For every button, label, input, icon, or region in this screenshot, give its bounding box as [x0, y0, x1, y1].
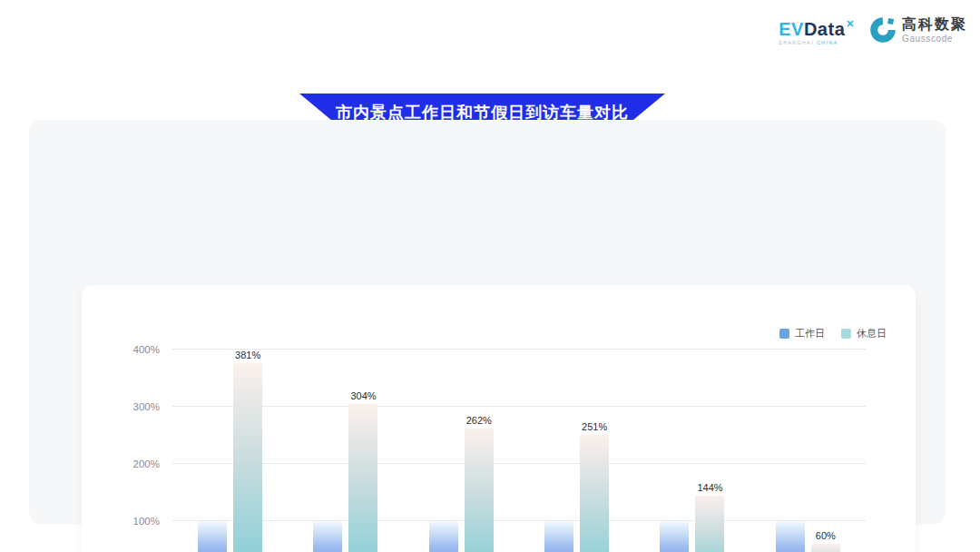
- bar: [580, 435, 609, 552]
- bar-value-label: 304%: [350, 390, 376, 401]
- chart-legend: 工作日休息日: [779, 327, 887, 340]
- legend-swatch: [779, 329, 789, 339]
- content-panel: 工作日休息日 381%辰山植物园304%上海欢乐谷262%广富林251%上海野生…: [29, 120, 946, 525]
- bar-column: [198, 350, 227, 552]
- bar-value-label: 60%: [816, 530, 836, 541]
- evdata-logo: EVData✕ SHANGHAI CHINA: [779, 15, 855, 45]
- bar: [776, 521, 805, 552]
- legend-item[interactable]: 工作日: [779, 327, 825, 340]
- bar: [660, 521, 689, 552]
- gausscode-text: 高科数聚 Gausscode: [902, 16, 967, 44]
- gausscode-name-en: Gausscode: [902, 34, 967, 44]
- evdata-subtitle-left: SHANGHAI: [779, 40, 814, 45]
- bar-value-label: 381%: [235, 350, 260, 360]
- bar-column: 262%: [465, 350, 494, 552]
- evdata-x-icon: ✕: [846, 18, 855, 29]
- bar-value-label: 262%: [466, 415, 492, 426]
- chart-card: 工作日休息日 381%辰山植物园304%上海欢乐谷262%广富林251%上海野生…: [82, 285, 916, 552]
- evdata-logo-text: EVData✕: [779, 15, 855, 38]
- y-axis-tick-label: 200%: [133, 458, 160, 469]
- bar-column: [313, 350, 342, 552]
- header-logos: EVData✕ SHANGHAI CHINA 高科数聚 Gausscode: [779, 15, 967, 45]
- evdata-subtitle-right: CHINA: [817, 40, 838, 45]
- evdata-ev-text: EV: [779, 19, 804, 39]
- bar-column: [429, 350, 458, 552]
- bar: [429, 521, 458, 552]
- legend-swatch: [841, 329, 851, 339]
- bar: [465, 429, 494, 552]
- gausscode-g-icon: [869, 16, 897, 44]
- category-group: 60%国家会展中心(上海): [750, 350, 866, 552]
- bar-column: 251%: [580, 350, 609, 552]
- category-group: 304%上海欢乐谷: [288, 350, 403, 552]
- category-group: 144%上海迪士尼度假区: [634, 350, 750, 552]
- bar-value-label: 144%: [697, 482, 722, 493]
- bar-column: 60%: [811, 350, 840, 552]
- legend-item[interactable]: 休息日: [841, 327, 887, 340]
- legend-label: 休息日: [857, 327, 887, 340]
- y-axis-tick-label: 400%: [133, 344, 160, 355]
- category-group: 262%广富林: [404, 350, 519, 552]
- category-group: 381%辰山植物园: [172, 350, 288, 552]
- evdata-subtitle: SHANGHAI CHINA: [779, 40, 838, 45]
- bar-column: 144%: [695, 350, 724, 552]
- gausscode-name-cn: 高科数聚: [902, 16, 967, 33]
- bar-column: 304%: [348, 350, 377, 552]
- bar-groups: 381%辰山植物园304%上海欢乐谷262%广富林251%上海野生动物园144%…: [172, 350, 866, 552]
- bar: [198, 521, 227, 552]
- bar: [313, 521, 342, 552]
- gausscode-logo: 高科数聚 Gausscode: [869, 16, 967, 44]
- bar: [695, 496, 724, 552]
- category-group: 251%上海野生动物园: [519, 350, 634, 552]
- y-axis-tick-label: 100%: [133, 516, 160, 527]
- evdata-data-text: Data: [804, 19, 845, 39]
- bar: [811, 544, 840, 552]
- y-axis-tick-label: 300%: [133, 401, 160, 412]
- bar-column: [544, 350, 573, 552]
- bar-value-label: 251%: [582, 421, 607, 432]
- legend-label: 工作日: [795, 327, 825, 340]
- bar: [348, 404, 377, 552]
- bar-column: [776, 350, 805, 552]
- chart-plot-area: 381%辰山植物园304%上海欢乐谷262%广富林251%上海野生动物园144%…: [172, 350, 866, 552]
- bar-column: 381%: [233, 350, 262, 552]
- bar-column: [660, 350, 689, 552]
- bar: [233, 363, 262, 552]
- bar: [544, 521, 573, 552]
